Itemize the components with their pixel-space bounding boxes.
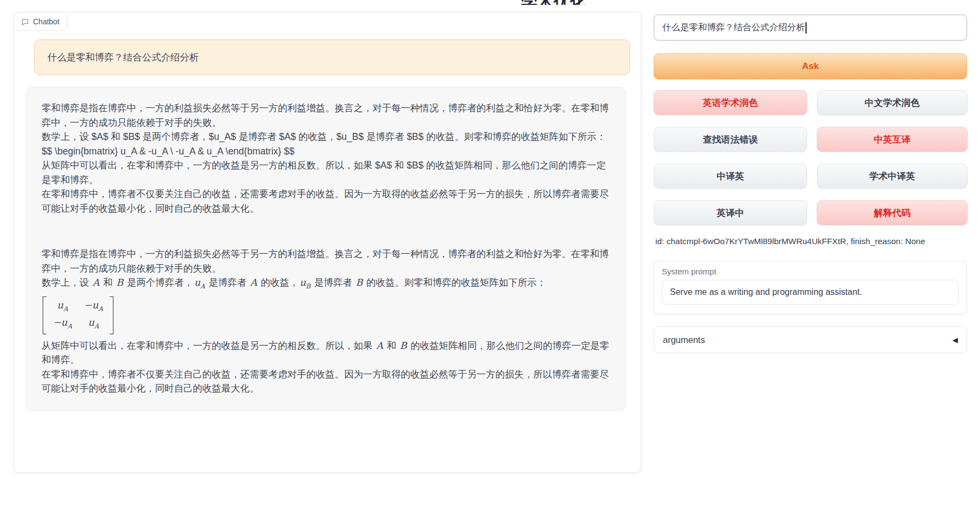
arguments-accordion-label: arguments — [663, 335, 705, 345]
bot-message-block: 零和博弈是指在博弈中，一方的利益损失必然等于另一方的利益增益。换言之，对于每一种… — [42, 101, 610, 215]
bot-message-block: 零和博弈是指在博弈中，一方的利益损失必然等于另一方的利益增益。换言之，对于每一种… — [42, 247, 610, 396]
bot-message: 零和博弈是指在博弈中，一方的利益损失必然等于另一方的利益增益。换言之，对于每一种… — [26, 87, 626, 411]
bot-paragraph: 从矩阵中可以看出，在零和博弈中，一方的收益是另一方的相反数。所以，如果 $A$ … — [42, 158, 610, 187]
bot-paragraph: $$ \begin{bmatrix} u_A & -u_A \ -u_A & u… — [42, 144, 610, 159]
chat-messages: 什么是零和博弈？结合公式介绍分析 零和博弈是指在博弈中，一方的利益损失必然等于另… — [14, 32, 641, 411]
action-button-chinese-academic-polish[interactable]: 中文学术润色 — [817, 90, 968, 115]
collapse-left-triangle-icon: ◀ — [952, 336, 958, 344]
bot-paragraph: 在零和博弈中，博弈者不仅要关注自己的收益，还需要考虑对手的收益。因为一方取得的收… — [42, 187, 610, 215]
bot-paragraph: 数学上，设 $A$ 和 $B$ 是两个博弈者，$u_A$ 是博弈者 $A$ 的收… — [42, 130, 610, 144]
bot-paragraph: 数学上，设 A 和 B 是两个博弈者，uA 是博弈者 A 的收益，uB 是博弈者… — [42, 275, 610, 293]
chatbot-label: Chatbot — [15, 13, 68, 31]
action-button-english-academic-polish[interactable]: 英语学术润色 — [654, 90, 807, 115]
action-button-find-grammar-errors[interactable]: 查找语法错误 — [654, 127, 807, 152]
bot-paragraph: uA−uA−uAuA — [42, 293, 610, 339]
payoff-matrix: uA−uA−uAuA — [43, 296, 113, 334]
system-prompt-group: System prompt Serve me as a writing and … — [654, 261, 967, 314]
bot-paragraph: 从矩阵中可以看出，在零和博弈中，一方的收益是另一方的相反数。所以，如果 A 和 … — [42, 339, 610, 367]
bot-paragraph: 零和博弈是指在博弈中，一方的利益损失必然等于另一方的利益增益。换言之，对于每一种… — [42, 247, 610, 275]
bot-paragraph: 零和博弈是指在博弈中，一方的利益损失必然等于另一方的利益增益。换言之，对于每一种… — [42, 101, 610, 130]
user-message-bubble: 什么是零和博弈？结合公式介绍分析 — [34, 39, 630, 75]
action-button-explain-code[interactable]: 解释代码 — [817, 200, 968, 225]
action-grid: 英语学术润色中文学术润色查找语法错误中英互译中译英学术中译英英译中解释代码 — [654, 90, 968, 225]
response-id-status: id: chatcmpl-6wOo7KrYTwMl89lbrMWRu4UkFFX… — [655, 237, 925, 246]
system-prompt-input[interactable]: Serve me as a writing and programming as… — [662, 280, 959, 305]
action-button-zh-en-mutual-translate[interactable]: 中英互译 — [817, 127, 968, 152]
question-input[interactable]: 什么是零和博弈？结合公式介绍分析 — [654, 15, 967, 41]
app-page: 学术优化 Chatbot 什么是零和博弈？结合公式介绍分析 零和博弈是指在博弈中… — [0, 0, 980, 519]
arguments-accordion[interactable]: arguments ◀ — [654, 326, 967, 353]
speech-bubble-icon — [21, 18, 29, 26]
page-title-clipped: 学术优化 — [489, 0, 619, 5]
action-button-en-to-zh[interactable]: 英译中 — [654, 200, 807, 225]
chatbot-panel[interactable]: Chatbot 什么是零和博弈？结合公式介绍分析 零和博弈是指在博弈中，一方的利… — [14, 12, 641, 473]
text-cursor — [806, 22, 807, 33]
bot-paragraph: 在零和博弈中，博弈者不仅要关注自己的收益，还需要考虑对手的收益。因为一方取得的收… — [42, 367, 610, 396]
action-button-academic-zh-to-en[interactable]: 学术中译英 — [817, 164, 968, 188]
action-button-zh-to-en[interactable]: 中译英 — [654, 164, 807, 188]
system-prompt-label: System prompt — [662, 267, 959, 276]
ask-button[interactable]: Ask — [654, 53, 967, 79]
chatbot-label-text: Chatbot — [33, 17, 59, 26]
question-input-value: 什么是零和博弈？结合公式介绍分析 — [662, 22, 805, 33]
